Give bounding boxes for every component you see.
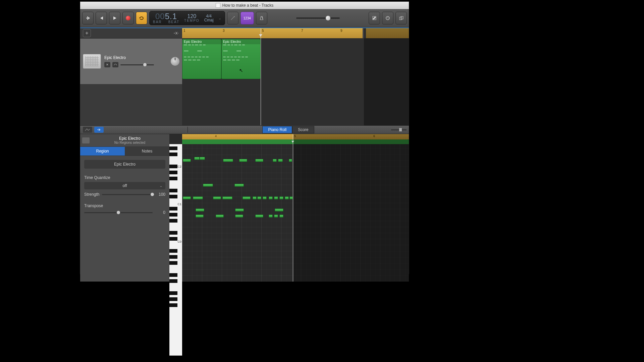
midi-note[interactable]: [203, 184, 213, 187]
piano-keys[interactable]: C2C1C0: [169, 134, 182, 282]
midi-region[interactable]: Epic Electro: [221, 39, 261, 79]
track-volume-slider[interactable]: [120, 64, 154, 65]
tab-score[interactable]: Score: [292, 126, 314, 133]
lcd-display[interactable]: 005.1 BAR BEAT 120 TEMPO 4/4 Cmaj ⌄: [149, 11, 225, 25]
region-inspector: Epic Electro No Regions selected Region …: [80, 134, 169, 282]
segment-region[interactable]: Region: [80, 147, 125, 156]
lcd-tempo[interactable]: 120: [187, 14, 197, 19]
midi-note[interactable]: [235, 215, 243, 218]
midi-note[interactable]: [243, 196, 251, 199]
rewind-button[interactable]: [96, 12, 107, 24]
midi-note[interactable]: [196, 208, 204, 212]
piano-roll: C2C1C0 4 5 6: [169, 134, 409, 282]
midi-note[interactable]: [274, 196, 278, 199]
midi-note[interactable]: [223, 159, 233, 162]
play-button[interactable]: [109, 12, 120, 24]
piano-playhead[interactable]: [293, 134, 293, 282]
editor-zoom-slider[interactable]: [391, 129, 407, 130]
strength-slider[interactable]: [102, 194, 153, 195]
catch-playhead-button[interactable]: [94, 127, 104, 133]
transpose-slider[interactable]: [84, 212, 153, 213]
app-window: How to make a beat - Tracks 005.1 BAR BE…: [80, 1, 409, 274]
piano-ruler[interactable]: 4 5 6: [182, 134, 409, 139]
library-button[interactable]: [82, 12, 94, 24]
add-track-button[interactable]: +: [83, 29, 91, 37]
master-volume-slider[interactable]: [296, 17, 340, 19]
midi-note[interactable]: [194, 157, 200, 160]
region-strip[interactable]: [182, 139, 409, 144]
loops-button[interactable]: [382, 12, 393, 24]
midi-note[interactable]: [239, 159, 247, 162]
midi-note[interactable]: [222, 196, 232, 199]
cycle-button[interactable]: [136, 12, 147, 24]
titlebar[interactable]: How to make a beat - Tracks: [80, 2, 409, 9]
track-instrument-icon[interactable]: [83, 54, 101, 69]
lcd-key[interactable]: Cmaj: [204, 18, 214, 22]
track-name[interactable]: Epic Electro: [104, 55, 167, 60]
midi-note[interactable]: [289, 159, 292, 162]
midi-note[interactable]: [253, 196, 257, 199]
strength-value[interactable]: 100: [155, 192, 165, 197]
catch-button[interactable]: [173, 31, 179, 36]
segment-notes[interactable]: Notes: [125, 147, 169, 156]
record-button[interactable]: [122, 12, 134, 24]
track-row[interactable]: Epic Electro ✕: [80, 39, 182, 84]
midi-note[interactable]: [193, 196, 203, 199]
midi-note[interactable]: [213, 196, 221, 199]
piano-grid[interactable]: 4 5 6: [182, 134, 409, 282]
key-label: C0: [177, 240, 181, 243]
editor-toolbar: Piano Roll Score: [80, 126, 409, 134]
transpose-value[interactable]: 0: [155, 210, 165, 215]
midi-note[interactable]: [273, 159, 277, 162]
playhead-icon: [259, 34, 262, 37]
inspector-title: Epic Electro: [92, 136, 167, 141]
inspector-subtitle: No Regions selected: [92, 141, 167, 144]
count-in-button[interactable]: 1234: [240, 12, 254, 24]
lcd-bar: 5: [165, 12, 170, 21]
mute-button[interactable]: ✕: [104, 62, 110, 67]
solo-button[interactable]: [112, 62, 118, 67]
automation-button[interactable]: [83, 127, 92, 133]
midi-note[interactable]: [235, 208, 244, 212]
playhead[interactable]: [261, 28, 261, 125]
midi-note[interactable]: [200, 157, 205, 160]
midi-region[interactable]: Epic Electro: [182, 39, 221, 79]
region-name-field[interactable]: Epic Electro: [84, 160, 165, 169]
midi-note[interactable]: [278, 159, 283, 162]
midi-note[interactable]: [279, 196, 283, 199]
midi-note[interactable]: [269, 215, 273, 218]
arrange-grid[interactable]: 1 3 5 7 9 Epic Electro Epic Electro ↖: [182, 28, 409, 125]
midi-note[interactable]: [269, 196, 273, 199]
lcd-mode-menu[interactable]: ⌄: [218, 16, 221, 20]
midi-note[interactable]: [289, 196, 293, 199]
volume-thumb[interactable]: [326, 16, 330, 20]
metronome-button[interactable]: [256, 12, 267, 24]
arrange-ruler[interactable]: 1 3 5 7 9: [182, 28, 409, 38]
tuner-button[interactable]: [227, 12, 238, 24]
cursor-icon: ↖: [239, 68, 243, 73]
tab-piano-roll[interactable]: Piano Roll: [262, 126, 292, 133]
midi-note[interactable]: [255, 215, 263, 218]
quantize-select[interactable]: off: [84, 182, 165, 189]
midi-note[interactable]: [196, 215, 204, 218]
midi-note[interactable]: [234, 184, 244, 187]
track-header-panel: + Epic Electro ✕: [80, 28, 182, 125]
midi-note[interactable]: [183, 159, 191, 162]
midi-note[interactable]: [216, 215, 224, 218]
inspector-icon[interactable]: [82, 137, 90, 143]
notepad-button[interactable]: [369, 12, 380, 24]
midi-note[interactable]: [183, 196, 191, 199]
pan-knob[interactable]: [171, 57, 179, 66]
midi-note[interactable]: [274, 215, 278, 218]
media-button[interactable]: [395, 12, 407, 24]
midi-note[interactable]: [275, 208, 283, 212]
key-label: C1: [177, 202, 181, 206]
midi-note[interactable]: [279, 215, 283, 218]
window-title: How to make a beat - Tracks: [222, 3, 274, 8]
toolbar: 005.1 BAR BEAT 120 TEMPO 4/4 Cmaj ⌄ 1234: [80, 9, 409, 27]
midi-note[interactable]: [263, 196, 267, 199]
song-end-marker[interactable]: [363, 28, 366, 38]
midi-note[interactable]: [257, 196, 261, 199]
midi-note[interactable]: [255, 159, 263, 162]
midi-note[interactable]: [285, 196, 289, 199]
